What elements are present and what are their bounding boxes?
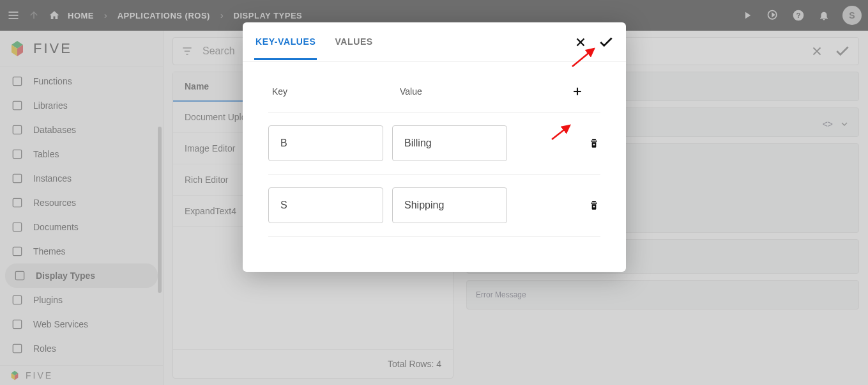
tab-values[interactable]: VALUES: [333, 24, 374, 60]
delete-row-icon[interactable]: [575, 199, 600, 212]
svg-rect-28: [593, 144, 595, 146]
add-row-icon[interactable]: [571, 85, 597, 98]
modal-close-icon[interactable]: [572, 34, 589, 51]
delete-row-icon[interactable]: [575, 137, 600, 150]
svg-rect-29: [593, 206, 595, 208]
column-header-key: Key: [272, 86, 400, 97]
tab-key-values[interactable]: KEY-VALUES: [254, 24, 317, 60]
modal-confirm-check-icon[interactable]: [598, 34, 614, 51]
value-input[interactable]: [392, 125, 507, 161]
kv-row: [268, 175, 600, 237]
key-values-modal: KEY-VALUES VALUES Key Value: [243, 22, 626, 272]
value-input[interactable]: [392, 187, 507, 223]
kv-row: [268, 113, 600, 175]
key-input[interactable]: [268, 125, 383, 161]
key-input[interactable]: [268, 187, 383, 223]
column-header-value: Value: [400, 86, 571, 97]
